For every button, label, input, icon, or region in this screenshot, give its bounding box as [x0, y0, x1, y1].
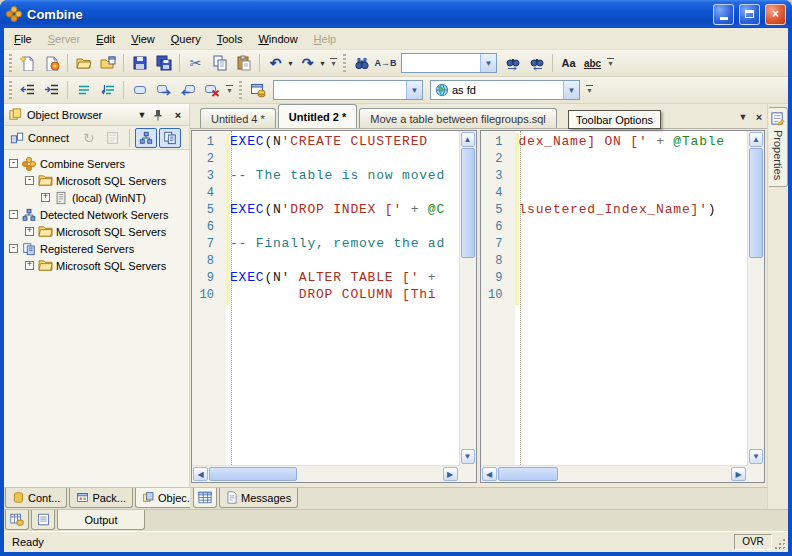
server-combobox-dropdown[interactable]: ▼ [563, 81, 579, 99]
menu-edit[interactable]: Edit [88, 30, 123, 48]
toolbar-overflow[interactable]: ▾ [224, 85, 235, 95]
scroll-up-button[interactable]: ▲ [461, 132, 475, 147]
tree-item[interactable]: -Registered Servers [9, 240, 189, 257]
code-view[interactable]: 1EXEC(N'CREATE CLUSTERED23-- The table i… [192, 131, 459, 465]
database-combobox[interactable]: ▼ [273, 80, 423, 100]
new-document-button[interactable] [16, 52, 39, 74]
tab-results-grid[interactable] [193, 488, 217, 508]
scroll-thumb[interactable] [749, 148, 763, 258]
server-combobox[interactable]: as fd ▼ [430, 80, 580, 100]
paste-button[interactable] [232, 52, 255, 74]
view-servers-toggle[interactable] [135, 128, 157, 148]
save-button[interactable] [128, 52, 151, 74]
scroll-thumb[interactable] [498, 467, 558, 481]
tab-output[interactable]: Output [57, 510, 145, 530]
toolbar-grip[interactable] [343, 54, 346, 72]
scroll-left-button[interactable]: ◀ [193, 467, 208, 481]
undo-button[interactable]: ↶ [264, 52, 287, 74]
panel-close-button[interactable]: × [171, 109, 185, 121]
match-case-button[interactable]: Aa [557, 52, 580, 74]
find-button[interactable] [350, 52, 373, 74]
tree-item[interactable]: -Detected Network Servers [9, 206, 189, 223]
redo-button[interactable]: ↷ [296, 52, 319, 74]
server-tree[interactable]: -Combine Servers-Microsoft SQL Servers+(… [4, 150, 189, 487]
menu-view[interactable]: View [123, 30, 163, 48]
panel-menu-button[interactable]: ▼ [135, 110, 149, 120]
menu-window[interactable]: Window [250, 30, 305, 48]
decrease-indent-button[interactable] [16, 79, 39, 101]
close-button[interactable]: × [765, 4, 786, 25]
find-combobox-dropdown[interactable]: ▼ [480, 54, 496, 72]
scroll-down-button[interactable]: ▼ [461, 449, 475, 464]
delete-shape-button[interactable] [200, 79, 223, 101]
tab-untitled-4[interactable]: Untitled 4 * [200, 108, 276, 128]
scroll-up-button[interactable]: ▲ [749, 132, 763, 147]
menu-tools[interactable]: Tools [209, 30, 251, 48]
maximize-button[interactable] [739, 4, 760, 25]
scroll-thumb[interactable] [209, 467, 297, 481]
database-window-button[interactable] [246, 79, 269, 101]
tree-item[interactable]: +Microsoft SQL Servers [9, 223, 189, 240]
save-all-button[interactable] [152, 52, 175, 74]
window-titlebar[interactable]: Combine × [0, 0, 792, 28]
view-scripts-toggle[interactable] [159, 128, 181, 148]
step-forward-button[interactable] [152, 79, 175, 101]
connect-button[interactable]: Connect [7, 130, 76, 146]
tab-untitled-2[interactable]: Untitled 2 * [278, 104, 357, 128]
tab-messages[interactable]: Messages [219, 488, 298, 508]
toolbar-overflow[interactable]: ▾ [328, 58, 339, 68]
collapse-toggle[interactable]: - [25, 176, 34, 185]
vertical-scrollbar[interactable]: ▲ ▼ [459, 131, 476, 465]
tree-item[interactable]: +(local) (WinNT) [9, 189, 189, 206]
minimize-button[interactable] [713, 4, 734, 25]
tree-item[interactable]: -Microsoft SQL Servers [9, 172, 189, 189]
match-whole-word-button[interactable]: abc [581, 52, 604, 74]
scroll-down-button[interactable]: ▼ [749, 449, 763, 464]
cut-button[interactable]: ✂ [184, 52, 207, 74]
tab-packages[interactable]: Pack... [69, 488, 133, 508]
new-from-template-button[interactable] [40, 52, 63, 74]
tab-move-table-sql[interactable]: Move a table between filegroups.sql [359, 108, 557, 128]
scroll-left-button[interactable]: ◀ [482, 467, 497, 481]
server-combobox-value[interactable]: as fd [431, 83, 563, 97]
toolbar-grip[interactable] [9, 81, 12, 99]
menu-query[interactable]: Query [163, 30, 209, 48]
code-view[interactable]: 1dex_Name] ON [' + @Table2345lsuetered_I… [481, 131, 748, 465]
tab-list-dropdown[interactable]: ▼ [735, 109, 751, 125]
find-combobox[interactable]: ▼ [401, 53, 497, 73]
toolbar-grip[interactable] [239, 81, 242, 99]
expand-toggle[interactable]: + [25, 261, 34, 270]
vertical-scrollbar[interactable]: ▲ ▼ [747, 131, 764, 465]
resize-grip[interactable] [774, 538, 787, 551]
tree-item[interactable]: -Combine Servers [9, 155, 189, 172]
scroll-thumb[interactable] [461, 148, 475, 258]
tree-item[interactable]: +Microsoft SQL Servers [9, 257, 189, 274]
pin-icon[interactable] [153, 109, 167, 121]
comment-lines-button[interactable] [72, 79, 95, 101]
find-next-button[interactable] [501, 52, 524, 74]
horizontal-scrollbar[interactable]: ◀ ▶ [192, 465, 459, 482]
tab-connections[interactable]: Cont... [5, 488, 67, 508]
step-back-button[interactable] [176, 79, 199, 101]
uncomment-lines-button[interactable] [96, 79, 119, 101]
toolbar-grip[interactable] [9, 54, 12, 72]
collapse-toggle[interactable]: - [9, 210, 18, 219]
collapse-toggle[interactable]: - [9, 159, 18, 168]
toolbar-overflow[interactable]: ▾ [584, 85, 595, 95]
close-document-button[interactable]: × [751, 109, 767, 125]
increase-indent-button[interactable] [40, 79, 63, 101]
expand-toggle[interactable]: + [25, 227, 34, 236]
shape-button[interactable] [128, 79, 151, 101]
copy-button[interactable] [208, 52, 231, 74]
menu-file[interactable]: File [6, 30, 40, 48]
tab-results-panel[interactable] [5, 510, 29, 530]
redo-dropdown[interactable]: ▼ [318, 60, 327, 67]
open-from-server-button[interactable] [96, 52, 119, 74]
scroll-right-button[interactable]: ▶ [443, 467, 458, 481]
open-file-button[interactable] [72, 52, 95, 74]
tab-log-panel[interactable] [31, 510, 55, 530]
scroll-right-button[interactable]: ▶ [731, 467, 746, 481]
properties-tab[interactable]: Properties [769, 107, 788, 187]
database-combobox-dropdown[interactable]: ▼ [406, 81, 422, 99]
toolbar-overflow[interactable]: ▾ [605, 58, 616, 68]
